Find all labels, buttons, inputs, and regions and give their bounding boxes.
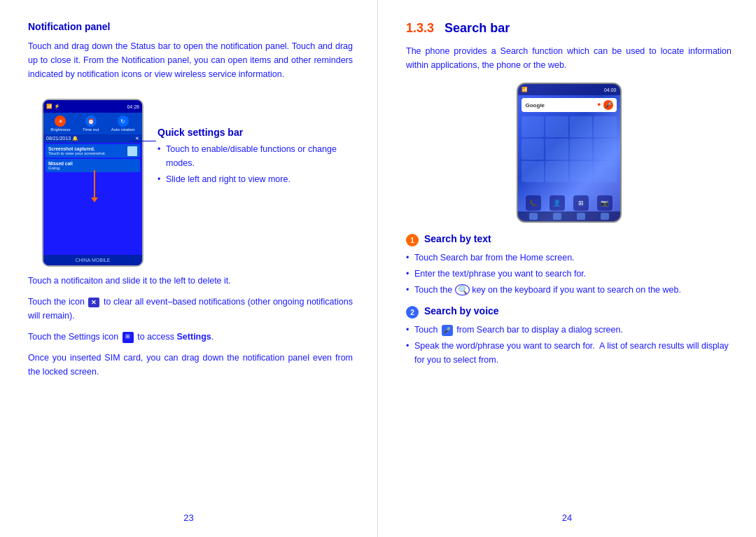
callout-bullets: Touch to enable/disable functions or cha… bbox=[158, 142, 353, 186]
notif-screenshot-title: Screenshot captured. bbox=[48, 146, 137, 151]
quick-settings-row: ☀ Brightness ⏰ Time out ↻ Auto rotation bbox=[43, 113, 142, 134]
phone-r-status: 📶 04:00 bbox=[518, 84, 620, 95]
phone-app-grid bbox=[518, 115, 620, 183]
search-by-text-header: 1 Search by text bbox=[406, 233, 732, 246]
notif-screenshot: Screenshot captured. Touch to view your … bbox=[46, 144, 140, 158]
sbt-bullet-1: Touch Search bar from the Home screen. bbox=[406, 251, 732, 265]
phone-dock bbox=[518, 211, 620, 221]
page-number-right: 24 bbox=[562, 512, 572, 523]
clear-x-icon: ✕ bbox=[88, 298, 99, 307]
grid-item-11 bbox=[570, 161, 593, 182]
notif-thumb bbox=[127, 146, 137, 156]
dock-item-4 bbox=[601, 213, 609, 220]
google-search-bar: Google ● 🎤 bbox=[522, 98, 617, 112]
sbv-touch-text: Touch bbox=[414, 325, 440, 335]
right-body-text: The phone provides a Search function whi… bbox=[406, 44, 732, 72]
carrier-text: CHINA MOBILE bbox=[43, 255, 142, 265]
grid-item-5 bbox=[522, 139, 545, 160]
phone-bottom-icons: 📞 👤 ⊞ 📷 bbox=[518, 195, 620, 211]
brightness-icon: ☀ bbox=[55, 116, 66, 127]
notif-call-sub: Going bbox=[48, 166, 137, 170]
r-status-time: 04:00 bbox=[604, 88, 617, 92]
qs-brightness: ☀ Brightness bbox=[50, 116, 70, 132]
qs-rotation-label: Auto rotation bbox=[111, 127, 135, 132]
phone-status-bar: 📶 ⚡ 04:28 bbox=[43, 100, 142, 113]
dock-item-2 bbox=[553, 213, 561, 220]
phone-mockup-right-container: 📶 04:00 Google ● 🎤 bbox=[406, 83, 732, 223]
phone-mockup-right: 📶 04:00 Google ● 🎤 bbox=[517, 83, 622, 223]
date-bar: 08/21/2013 🔔 ✕ bbox=[43, 134, 142, 143]
num-badge-1: 1 bbox=[406, 234, 419, 246]
grid-item-12 bbox=[594, 161, 617, 182]
grid-item-2 bbox=[545, 116, 568, 137]
callout-title: Quick settings bar bbox=[158, 127, 353, 138]
timeout-icon: ⏰ bbox=[85, 116, 97, 127]
sbt-bullet-3: Touch the 🔍 key on the keyboard if you w… bbox=[406, 283, 732, 297]
sbv-bullet-2: Speak the word/phrase you want to search… bbox=[406, 339, 732, 367]
dock-item-1 bbox=[529, 213, 538, 220]
callout-bullet-1: Touch to enable/disable functions or cha… bbox=[158, 142, 353, 170]
google-dot: ● bbox=[597, 101, 601, 108]
contacts-icon: 👤 bbox=[550, 195, 565, 211]
notif-screenshot-sub: Touch to view your screenshot. bbox=[48, 151, 137, 155]
camera-icon: 📷 bbox=[597, 195, 612, 211]
grid-item-1 bbox=[522, 116, 545, 137]
r-status-left: 📶 bbox=[522, 87, 528, 92]
action-text-4: Once you inserted SIM card, you can drag… bbox=[28, 351, 353, 379]
search-by-voice-bullets: Touch 🎤 from Search bar to display a dia… bbox=[406, 323, 732, 367]
settings-word: Settings bbox=[177, 332, 211, 342]
grid-item-6 bbox=[545, 139, 568, 160]
grid-item-7 bbox=[570, 139, 593, 160]
section-number: 1.3.3 bbox=[406, 21, 434, 35]
apps-icon: ⊞ bbox=[573, 195, 589, 211]
status-time: 04:28 bbox=[127, 104, 139, 109]
search-by-voice-header: 2 Search by voice bbox=[406, 305, 732, 319]
section-title-text: Search bar bbox=[444, 21, 510, 35]
num-badge-2: 2 bbox=[406, 306, 419, 319]
sbv-bullet-1: Touch 🎤 from Search bar to display a dia… bbox=[406, 323, 732, 337]
search-by-text-title: Search by text bbox=[424, 233, 491, 244]
grid-item-3 bbox=[570, 116, 593, 137]
phone-icon: 📞 bbox=[526, 195, 541, 211]
callout-bullet-2: Slide left and right to view more. bbox=[158, 172, 353, 186]
section-title-right bbox=[438, 21, 441, 35]
grid-item-8 bbox=[594, 139, 617, 160]
rotation-icon: ↻ bbox=[118, 116, 129, 127]
date-text: 08/21/2013 🔔 bbox=[46, 136, 78, 141]
left-body-text-1: Touch and drag down the Status bar to op… bbox=[28, 39, 353, 81]
sbt-bullet-2: Enter the text/phrase you want to search… bbox=[406, 267, 732, 281]
grid-item-4 bbox=[594, 116, 617, 137]
grid-item-10 bbox=[545, 161, 568, 182]
right-section-heading: 1.3.3 Search bar bbox=[406, 21, 732, 36]
arrow-down-indicator bbox=[94, 170, 95, 198]
search-key-symbol: 🔍 bbox=[455, 284, 470, 295]
qs-rotation: ↻ Auto rotation bbox=[111, 116, 135, 132]
action-text-3: Touch the Settings icon ⊞ to access Sett… bbox=[28, 330, 353, 344]
google-logo: Google bbox=[526, 102, 545, 109]
left-section-title: Notification panel bbox=[28, 21, 353, 32]
dock-item-3 bbox=[577, 213, 585, 220]
notif-call-title: Missed call bbox=[48, 161, 137, 166]
mic-button-phone: 🎤 bbox=[603, 100, 613, 110]
action-text-1: Touch a notificaiton and slide it to the… bbox=[28, 274, 353, 288]
search-by-text-bullets: Touch Search bar from the Home screen. E… bbox=[406, 251, 732, 297]
sbv-from-text: from Search bar to display a dialog scre… bbox=[456, 325, 623, 335]
action-text-2-pre: Touch the icon bbox=[28, 297, 85, 307]
callout-connector-line bbox=[130, 141, 156, 141]
action-text-3-pre: Touch the Settings icon bbox=[28, 332, 118, 342]
grid-item-9 bbox=[522, 161, 545, 182]
settings-grid-icon: ⊞ bbox=[122, 332, 134, 343]
qs-brightness-label: Brightness bbox=[50, 127, 70, 132]
right-page: 1.3.3 Search bar The phone provides a Se… bbox=[378, 0, 756, 537]
search-by-voice-title: Search by voice bbox=[424, 305, 499, 316]
qs-timeout-label: Time out bbox=[83, 127, 99, 132]
page-number-left: 23 bbox=[183, 512, 193, 523]
action-text-3-mid: to access bbox=[137, 332, 174, 342]
notif-missed-call: Missed call Going bbox=[46, 159, 140, 172]
qs-timeout: ⏰ Time out bbox=[83, 116, 99, 132]
mic-icon-inline: 🎤 bbox=[442, 325, 453, 336]
phone-mockup-left: 📶 ⚡ 04:28 ☀ Brightness ⏰ Time out ↻ bbox=[42, 99, 144, 267]
left-page: Notification panel Touch and drag down t… bbox=[0, 0, 378, 537]
quick-settings-callout: Quick settings bar Touch to enable/disab… bbox=[158, 127, 353, 188]
status-icons: 📶 ⚡ bbox=[46, 104, 60, 109]
